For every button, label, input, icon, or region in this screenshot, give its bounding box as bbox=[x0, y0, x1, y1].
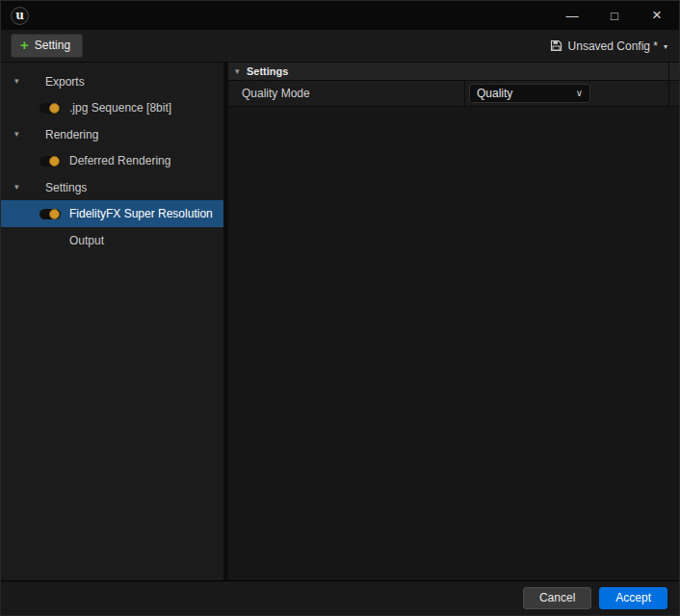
toggle-switch[interactable] bbox=[39, 103, 61, 114]
toggle-knob bbox=[49, 103, 60, 114]
plus-icon: + bbox=[20, 40, 29, 50]
dropdown-selected-value: Quality bbox=[477, 87, 512, 100]
chevron-down-icon: ▾ bbox=[14, 183, 24, 192]
add-setting-button[interactable]: + Setting bbox=[11, 34, 83, 58]
tree-item-deferred-rendering[interactable]: Deferred Rendering bbox=[1, 147, 223, 174]
details-settings-header[interactable]: ▾ Settings bbox=[228, 63, 679, 81]
chevron-down-icon: ∨ bbox=[576, 89, 583, 98]
chevron-down-icon: ▾ bbox=[235, 67, 247, 76]
toolbar: + Setting Unsaved Config * ▾ bbox=[1, 30, 679, 63]
property-value-cell: Quality ∨ bbox=[465, 81, 679, 106]
add-setting-label: Setting bbox=[35, 38, 70, 52]
cancel-button[interactable]: Cancel bbox=[523, 587, 591, 609]
tree-group-label: Settings bbox=[45, 181, 87, 194]
tree-item-jpg-sequence[interactable]: .jpg Sequence [8bit] bbox=[1, 94, 223, 121]
chevron-down-icon: ▾ bbox=[14, 130, 24, 139]
tree-item-output[interactable]: Output bbox=[1, 227, 223, 254]
tree-item-label: .jpg Sequence [8bit] bbox=[69, 101, 171, 115]
quality-mode-dropdown[interactable]: Quality ∨ bbox=[469, 84, 590, 103]
property-label: Quality Mode bbox=[228, 81, 465, 106]
tree-item-label: Output bbox=[69, 234, 104, 247]
toggle-knob bbox=[49, 209, 60, 219]
toggle-knob bbox=[49, 156, 60, 167]
window-controls: — □ × bbox=[560, 5, 669, 26]
property-row-quality-mode: Quality Mode Quality ∨ bbox=[228, 81, 679, 107]
tree-item-fidelityfx-super-resolution[interactable]: FidelityFX Super Resolution bbox=[1, 200, 223, 227]
details-header-label: Settings bbox=[247, 65, 288, 77]
details-panel: ▾ Settings Quality Mode Quality ∨ bbox=[228, 63, 679, 580]
main-area: ▾ Exports .jpg Sequence [8bit] ▾ Renderi… bbox=[1, 63, 679, 580]
tree-group-label: Rendering bbox=[45, 128, 98, 141]
column-divider bbox=[668, 63, 669, 108]
tree-item-label: FidelityFX Super Resolution bbox=[69, 207, 213, 220]
close-button[interactable]: × bbox=[644, 5, 669, 26]
details-empty-area bbox=[228, 107, 679, 580]
tree-group-exports[interactable]: ▾ Exports bbox=[1, 68, 223, 94]
settings-tree-sidebar: ▾ Exports .jpg Sequence [8bit] ▾ Renderi… bbox=[1, 63, 223, 580]
tree-group-rendering[interactable]: ▾ Rendering bbox=[1, 121, 223, 147]
chevron-down-icon: ▾ bbox=[14, 77, 24, 86]
tree-group-settings[interactable]: ▾ Settings bbox=[1, 174, 223, 200]
movie-render-queue-settings-window: u — □ × + Setting Unsaved Config * ▾ bbox=[0, 0, 680, 616]
tree-group-label: Exports bbox=[45, 75, 85, 89]
toggle-switch[interactable] bbox=[39, 209, 61, 219]
footer-bar: Cancel Accept bbox=[1, 580, 679, 615]
titlebar: u — □ × bbox=[1, 1, 679, 30]
unreal-logo-icon: u bbox=[11, 7, 29, 25]
save-icon bbox=[550, 39, 562, 52]
accept-button[interactable]: Accept bbox=[599, 587, 667, 609]
maximize-button[interactable]: □ bbox=[602, 5, 627, 26]
config-dropdown[interactable]: Unsaved Config * ▾ bbox=[550, 39, 669, 53]
config-label: Unsaved Config * bbox=[568, 39, 658, 53]
toggle-switch[interactable] bbox=[39, 156, 61, 167]
minimize-button[interactable]: — bbox=[560, 5, 585, 26]
chevron-down-icon: ▾ bbox=[664, 40, 667, 51]
tree-item-label: Deferred Rendering bbox=[69, 154, 170, 167]
unreal-logo-glyph: u bbox=[15, 10, 24, 21]
